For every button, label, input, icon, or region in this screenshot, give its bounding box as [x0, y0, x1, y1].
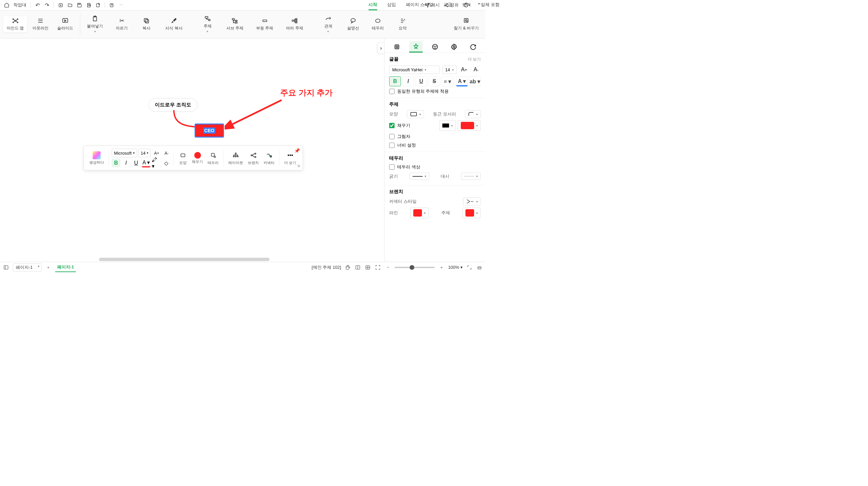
subtopic-button[interactable]: 서브 주제 [223, 16, 247, 32]
font-color-button[interactable]: A ▾ [142, 159, 151, 167]
page-tab[interactable]: 페이지-1 [55, 263, 76, 272]
slide-mode-button[interactable]: 슬라이드 [54, 16, 76, 32]
redo-button[interactable]: ↷ [43, 1, 51, 9]
tab-view[interactable]: 보기 [462, 0, 471, 10]
width-checkbox[interactable]: 너비 설정 [389, 142, 481, 148]
topic-color-select[interactable]: ▾ [462, 207, 481, 218]
columns-icon[interactable] [354, 264, 361, 271]
clear-format-button[interactable]: ◇ [162, 159, 170, 167]
new-button[interactable] [57, 1, 65, 9]
ai-generate-button[interactable]: 생성하다 [87, 151, 106, 166]
line-color-select[interactable]: ▾ [410, 207, 429, 218]
font-color-button[interactable]: A ▾ [456, 76, 468, 86]
zoom-in-button[interactable]: ＋ [438, 264, 445, 271]
panel-toggle-icon[interactable] [3, 264, 9, 271]
hand-tool-icon[interactable] [344, 264, 351, 271]
add-page-button[interactable]: ＋ [45, 264, 52, 271]
horizontal-scrollbar[interactable] [99, 258, 270, 261]
font-decrease-button[interactable]: A- [471, 65, 481, 74]
share-link-button[interactable] [108, 1, 116, 9]
pin-icon[interactable]: 📌 [294, 148, 300, 153]
font-family-select[interactable]: Microsoft▾ [112, 149, 137, 157]
side-tab-style[interactable] [409, 41, 423, 53]
canvas[interactable]: 이드로우 조직도 CEO 주요 가지 추가 📌 ⇲ 생성하다 Microsoft… [0, 38, 384, 262]
shape-button[interactable]: 모양 [177, 150, 189, 166]
fill-color-select[interactable]: ▾ [458, 120, 481, 131]
underline-button[interactable]: U [132, 159, 141, 167]
topic-button[interactable]: 주제▾ [198, 14, 217, 34]
zoom-slider[interactable] [395, 267, 435, 268]
align-button[interactable]: ≡ ▾ [442, 76, 454, 86]
border-color-checkbox[interactable]: 테두리 색상 [389, 164, 481, 170]
cut-button[interactable]: ✂자르기 [112, 16, 131, 32]
bold-button[interactable]: B [112, 159, 120, 167]
branch-button[interactable]: 브렌치 [246, 150, 261, 166]
bold-button[interactable]: B [389, 76, 401, 86]
border-button[interactable]: 테두리 [206, 150, 221, 166]
fill-type-select[interactable]: ▾ [439, 120, 456, 131]
fill-button[interactable]: 채우기 [190, 151, 205, 165]
format-painter-button[interactable]: 서식 복사 [162, 16, 186, 32]
shadow-checkbox[interactable]: 그림자 [389, 134, 481, 140]
zoom-out-button[interactable]: − [384, 264, 391, 271]
child-topic-node[interactable]: CEO [195, 123, 224, 138]
highlight-button[interactable]: 🖍 ▾ [152, 159, 160, 167]
save-button[interactable] [75, 1, 83, 9]
callout-button[interactable]: 설명선 [344, 16, 363, 32]
side-tab-settings[interactable] [447, 41, 461, 53]
boundary-button[interactable]: 테두리 [369, 16, 387, 32]
multi-topic-button[interactable]: 여러 주제 [282, 16, 306, 32]
font-size-select[interactable]: 14▾ [138, 149, 151, 157]
tab-page-style[interactable]: 페이지 스타일 [406, 0, 433, 10]
highlight-button[interactable]: ab ▾ [469, 76, 481, 86]
toolbar-handle-icon[interactable]: ⇲ [297, 164, 300, 168]
workspace-label[interactable]: 작업대 [12, 2, 28, 8]
tab-advanced[interactable]: 고급 [443, 0, 452, 10]
find-replace-button[interactable]: 찾기 & 바꾸기 [451, 12, 482, 36]
font-size-select[interactable]: 14▾ [442, 66, 457, 74]
grid-icon[interactable] [365, 264, 371, 271]
italic-button[interactable]: I [122, 159, 130, 167]
home-icon[interactable] [3, 1, 11, 9]
corner-select[interactable]: ▾ [465, 110, 481, 118]
apply-same-checkbox[interactable]: 동일한 유형의 주제에 적용 [389, 88, 481, 94]
minimize-icon[interactable] [476, 264, 483, 271]
summary-button[interactable]: 요약 [393, 16, 412, 32]
tab-start[interactable]: 시작 [369, 0, 377, 10]
thickness-select[interactable]: ▾ [410, 173, 429, 180]
layout-button[interactable]: 레이아웃 [226, 150, 245, 166]
zoom-level[interactable]: 100% ▾ [448, 265, 463, 270]
export-button[interactable] [94, 1, 102, 9]
relation-button[interactable]: 관계▾ [319, 14, 338, 34]
font-decrease-button[interactable]: A- [162, 149, 171, 157]
root-topic-node[interactable]: 이드로우 조직도 [149, 98, 197, 112]
side-panel-toggle[interactable]: › [377, 42, 384, 54]
tab-insert[interactable]: 삽입 [387, 0, 396, 10]
font-increase-button[interactable]: A+ [152, 149, 161, 157]
italic-button[interactable]: I [402, 76, 414, 86]
fill-checkbox[interactable]: 채우기 [389, 122, 410, 128]
outline-mode-button[interactable]: 아웃라인 [29, 16, 52, 32]
copy-button[interactable]: 복사 [137, 16, 156, 32]
fit-screen-icon[interactable] [374, 264, 381, 271]
paste-button[interactable]: 붙여넣기▾ [84, 14, 106, 34]
side-tab-emoji[interactable] [428, 41, 442, 53]
side-tab-history[interactable] [466, 41, 480, 53]
strikethrough-button[interactable]: S [428, 76, 440, 86]
open-button[interactable] [66, 1, 74, 9]
underline-button[interactable]: U [415, 76, 427, 86]
font-more-link[interactable]: 더 보기 [468, 57, 481, 62]
tab-all-in-one[interactable]: 일체 포함 [481, 0, 486, 10]
mindmap-mode-button[interactable]: 마인드 맵 [3, 16, 27, 32]
fullscreen-icon[interactable] [466, 264, 473, 271]
more-top-icon[interactable]: ⋯ [117, 1, 125, 9]
side-tab-page[interactable] [390, 41, 404, 53]
connector-button[interactable]: 커넥터 [261, 150, 277, 166]
undo-button[interactable]: ↶ [33, 1, 41, 9]
font-increase-button[interactable]: A+ [459, 65, 469, 74]
dash-select[interactable]: ▾ [461, 173, 481, 180]
connector-style-select[interactable]: ▾ [463, 198, 481, 205]
page-selector[interactable]: 페이지-1 [13, 263, 42, 271]
floating-topic-button[interactable]: 부동 주제 [253, 16, 277, 32]
print-button[interactable] [85, 1, 93, 9]
